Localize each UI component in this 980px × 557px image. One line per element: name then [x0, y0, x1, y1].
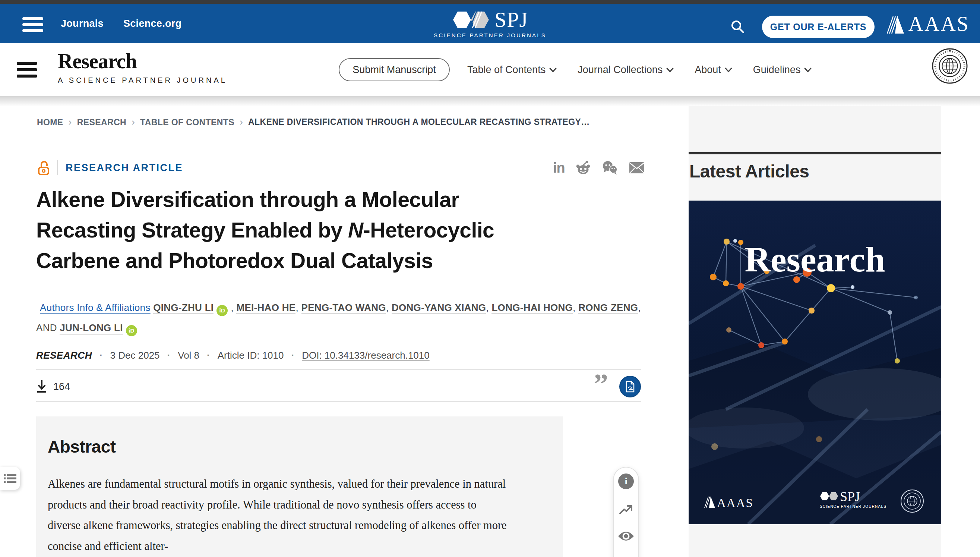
author-link[interactable]: MEI-HAO HE: [236, 302, 296, 314]
list-icon: [4, 474, 16, 483]
divider: [57, 160, 58, 175]
nav-item[interactable]: About: [695, 64, 732, 76]
meta-volume: Vol 8: [178, 350, 199, 361]
author-link[interactable]: QING-ZHU LI: [153, 302, 213, 314]
wechat-icon[interactable]: [601, 160, 619, 175]
breadcrumb: HOMERESEARCHTABLE OF CONTENTSALKENE DIVE…: [37, 116, 590, 128]
topbar-link-journals[interactable]: Journals: [61, 18, 104, 29]
meta-date: 3 Dec 2025: [110, 350, 160, 361]
cite-icon[interactable]: ”: [593, 378, 608, 395]
journal-menu-icon[interactable]: [17, 62, 37, 78]
reddit-icon[interactable]: [575, 161, 591, 175]
page-root: Journals Science.org SPJ SCIENCE PARTNER…: [0, 0, 980, 557]
research-article-label: RESEARCH ARTICLE: [66, 162, 183, 174]
main-nav: Table of Contents Journal Collections Ab…: [467, 43, 812, 96]
open-access-icon: [37, 160, 50, 176]
author-link[interactable]: LONG-HAI HONG: [491, 302, 573, 314]
nav-item[interactable]: Journal Collections: [578, 64, 674, 76]
header-divider-gradient: [0, 96, 980, 106]
spj-logo[interactable]: SPJ SCIENCE PARTNER JOURNALS: [434, 9, 546, 38]
info-icon[interactable]: i: [618, 474, 634, 489]
spj-subtext: SCIENCE PARTNER JOURNALS: [434, 32, 546, 38]
submit-manuscript-button[interactable]: Submit Manuscript: [339, 58, 450, 81]
journal-brand[interactable]: Research A SCIENCE PARTNER JOURNAL: [58, 49, 227, 85]
linkedin-icon[interactable]: in: [553, 161, 565, 175]
university-seal-logo[interactable]: [931, 48, 968, 84]
breadcrumb-item[interactable]: HOME: [37, 116, 72, 128]
journal-tagline: A SCIENCE PARTNER JOURNAL: [58, 76, 227, 85]
article-title: Alkene Diversification through a Molecul…: [36, 184, 618, 276]
author-link[interactable]: RONG ZENG: [578, 302, 638, 314]
journal-logo: Research: [58, 49, 227, 73]
breadcrumb-item[interactable]: TABLE OF CONTENTS: [140, 116, 243, 128]
latest-articles-rule: [689, 152, 941, 154]
aaas-logo[interactable]: AAAS: [886, 13, 970, 34]
meta-journal: RESEARCH: [36, 350, 92, 361]
journal-header: Research A SCIENCE PARTNER JOURNAL Submi…: [0, 43, 980, 96]
chevron-down-icon: [549, 67, 557, 72]
views-eye-icon[interactable]: [618, 530, 635, 542]
download-icon: [36, 379, 47, 394]
topbar-link-scienceorg[interactable]: Science.org: [124, 18, 182, 29]
svg-text:SCIENCE PARTNER JOURNALS: SCIENCE PARTNER JOURNALS: [820, 505, 886, 508]
get-e-alerts-button[interactable]: GET OUR E-ALERTS: [762, 16, 874, 38]
aaas-wordmark: AAAS: [908, 13, 970, 34]
aaas-triangle-icon: [886, 13, 905, 34]
global-topbar: Journals Science.org SPJ SCIENCE PARTNER…: [0, 4, 980, 43]
author-link[interactable]: JUN-LONG LI: [60, 322, 123, 334]
pdf-icon[interactable]: [619, 376, 641, 397]
share-toolbar: in: [553, 160, 645, 175]
metrics-trend-icon[interactable]: [619, 503, 634, 516]
spj-wordmark: SPJ: [494, 9, 528, 31]
orcid-icon[interactable]: [216, 305, 228, 316]
download-count: 164: [53, 381, 70, 393]
spj-hexagons-icon: [452, 10, 492, 29]
article-metrics-toolbar: i: [613, 467, 639, 557]
article-meta-row: RESEARCH 3 Dec 2025 Vol 8 Article ID: 10…: [36, 350, 430, 361]
nav-item[interactable]: Table of Contents: [467, 64, 557, 76]
chevron-down-icon: [725, 67, 732, 72]
article-actions-row: 164 ”: [36, 374, 641, 399]
author-link[interactable]: PENG-TAO WANG: [301, 302, 386, 314]
chevron-down-icon: [804, 67, 812, 72]
author-link[interactable]: DONG-YANG XIANG: [392, 302, 486, 314]
abstract-heading: Abstract: [48, 436, 563, 457]
latest-articles-heading: Latest Articles: [689, 161, 941, 182]
breadcrumb-item[interactable]: RESEARCH: [77, 116, 135, 128]
author-list: Authors Info & Affiliations QING-ZHU LI,…: [36, 298, 647, 338]
authors-info-link[interactable]: Authors Info & Affiliations: [40, 302, 151, 313]
article-type-row: RESEARCH ARTICLE: [37, 160, 183, 176]
meta-article-id: Article ID: 1010: [218, 350, 284, 361]
doi-link[interactable]: DOI: 10.34133/research.1010: [302, 350, 430, 361]
contents-drawer-tab[interactable]: [0, 467, 20, 490]
email-icon[interactable]: [629, 162, 645, 174]
divider: [36, 369, 641, 370]
orcid-icon[interactable]: [126, 325, 137, 336]
svg-text:SPJ: SPJ: [840, 489, 860, 504]
menu-icon[interactable]: [22, 17, 43, 32]
svg-text:AAAS: AAAS: [717, 496, 753, 510]
chevron-down-icon: [666, 67, 674, 72]
window-top-strip: [0, 0, 980, 4]
breadcrumb-item[interactable]: ALKENE DIVERSIFICATION THROUGH A MOLECUL…: [248, 117, 590, 127]
cover-journal-title: Research: [745, 239, 885, 279]
latest-articles-panel: Latest Articles: [689, 106, 941, 557]
abstract-text: Alkenes are fundamental structural motif…: [48, 474, 508, 557]
search-icon[interactable]: [730, 19, 746, 35]
journal-cover-image[interactable]: Research AAAS SPJ SCIENCE PARTNER JOURNA…: [689, 200, 941, 524]
divider: [36, 401, 641, 402]
nav-item[interactable]: Guidelines: [753, 64, 812, 76]
abstract-section: Abstract Alkenes are fundamental structu…: [36, 417, 563, 557]
